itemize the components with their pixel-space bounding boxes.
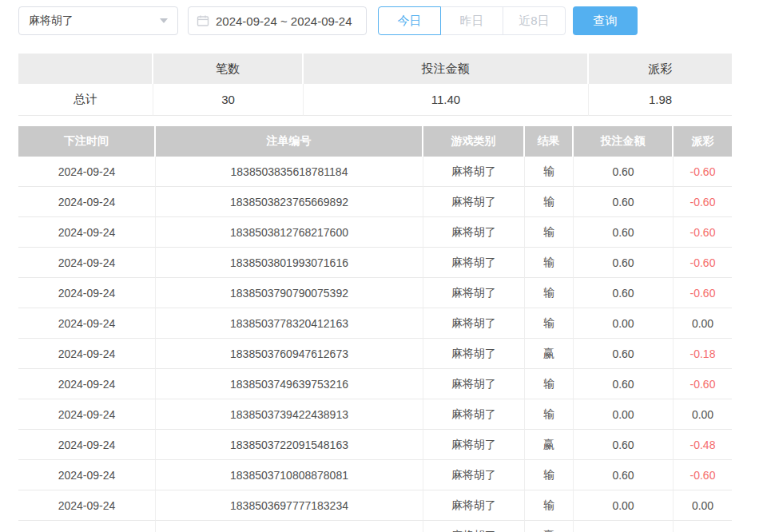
cell-payout: -0.18	[674, 339, 732, 369]
header-game-type: 游戏类别	[423, 126, 525, 157]
cell-game-type: 麻将胡了	[423, 278, 525, 308]
cell-bet-amount: 0.00	[574, 490, 674, 521]
cell-result: 输	[525, 217, 574, 248]
table-row: 2024-09-241838503823765669892麻将胡了输0.60-0…	[18, 187, 732, 217]
cell-result: 输	[525, 308, 574, 339]
cell-bet-amount: 0.60	[574, 460, 674, 490]
cell-order-no: 1838503823765669892	[156, 187, 423, 217]
cell-game-type: 麻将胡了	[423, 521, 525, 532]
cell-order-no: 1838503697777183234	[156, 490, 423, 521]
cell-bet-amount	[574, 521, 674, 532]
cell-payout	[674, 521, 732, 532]
cell-bet-time: 2024-09-24	[18, 308, 156, 339]
cell-bet-amount: 0.60	[574, 369, 674, 399]
cell-bet-time	[18, 521, 156, 532]
table-row: 2024-09-241838503739422438913麻将胡了输0.000.…	[18, 399, 732, 430]
summary-header-payout: 派彩	[589, 54, 732, 84]
cell-result: 赢	[525, 430, 574, 460]
table-row: 2024-09-241838503790790075392麻将胡了输0.60-0…	[18, 278, 732, 308]
table-row: 2024-09-241838503801993071616麻将胡了输0.60-0…	[18, 248, 732, 278]
summary-header-count: 笔数	[153, 54, 304, 84]
cell-result: 输	[525, 248, 574, 278]
cell-result: 赢	[525, 521, 574, 532]
table-row: 2024-09-241838503760947612673麻将胡了赢0.60-0…	[18, 339, 732, 369]
game-select[interactable]: 麻将胡了	[18, 6, 178, 35]
cell-payout: 0.00	[674, 490, 732, 521]
summary-total-bet-amount: 11.40	[304, 84, 589, 116]
cell-order-no: 1838503760947612673	[156, 339, 423, 369]
cell-bet-amount: 0.60	[574, 278, 674, 308]
header-bet-amount: 投注金额	[574, 126, 674, 157]
game-select-value: 麻将胡了	[29, 14, 74, 28]
table-row: 2024-09-241838503710808878081麻将胡了输0.60-0…	[18, 460, 732, 490]
cell-bet-time: 2024-09-24	[18, 217, 156, 248]
cell-game-type: 麻将胡了	[423, 217, 525, 248]
summary-section: 笔数 投注金额 派彩 总计 30 11.40 1.98	[18, 54, 759, 116]
cell-game-type: 麻将胡了	[423, 430, 525, 460]
cell-bet-time: 2024-09-24	[18, 248, 156, 278]
summary-header-row: 笔数 投注金额 派彩	[18, 54, 732, 84]
cell-game-type: 麻将胡了	[423, 460, 525, 490]
cell-order-no: 1838503778320412163	[156, 308, 423, 339]
table-row: 2024-09-241838503722091548163麻将胡了赢0.60-0…	[18, 430, 732, 460]
yesterday-button[interactable]: 昨日	[440, 6, 503, 35]
search-button[interactable]: 查询	[573, 6, 638, 35]
cell-bet-amount: 0.60	[574, 217, 674, 248]
cell-order-no: 1838503749639753216	[156, 369, 423, 399]
table-row: 2024-09-241838503835618781184麻将胡了输0.60-0…	[18, 157, 732, 187]
cell-order-no: 1838503710808878081	[156, 460, 423, 490]
cell-payout: -0.60	[674, 369, 732, 399]
cell-result: 输	[525, 460, 574, 490]
cell-order-no: 1838503790790075392	[156, 278, 423, 308]
cell-bet-time: 2024-09-24	[18, 278, 156, 308]
cell-result: 输	[525, 187, 574, 217]
table-row: 麻将胡了赢	[18, 521, 732, 532]
cell-order-no: 1838503722091548163	[156, 430, 423, 460]
cell-order-no: 1838503801993071616	[156, 248, 423, 278]
today-button[interactable]: 今日	[378, 6, 441, 35]
cell-bet-time: 2024-09-24	[18, 187, 156, 217]
cell-game-type: 麻将胡了	[423, 490, 525, 521]
cell-payout: -0.60	[674, 278, 732, 308]
cell-result: 输	[525, 278, 574, 308]
cell-bet-time: 2024-09-24	[18, 339, 156, 369]
chevron-down-icon	[160, 18, 168, 23]
cell-bet-amount: 0.60	[574, 187, 674, 217]
detail-table-body: 2024-09-241838503835618781184麻将胡了输0.60-0…	[18, 157, 732, 532]
cell-bet-amount: 0.60	[574, 248, 674, 278]
cell-bet-amount: 0.60	[574, 430, 674, 460]
date-range-picker[interactable]: 2024-09-24 ~ 2024-09-24	[188, 6, 367, 35]
cell-result: 输	[525, 369, 574, 399]
cell-bet-time: 2024-09-24	[18, 430, 156, 460]
cell-result: 输	[525, 157, 574, 187]
cell-payout: 0.00	[674, 308, 732, 339]
header-payout: 派彩	[674, 126, 732, 157]
header-order-no: 注单编号	[156, 126, 423, 157]
header-result: 结果	[525, 126, 574, 157]
cell-order-no	[156, 521, 423, 532]
table-row: 2024-09-241838503778320412163麻将胡了输0.000.…	[18, 308, 732, 339]
cell-bet-amount: 0.00	[574, 399, 674, 430]
cell-game-type: 麻将胡了	[423, 157, 525, 187]
summary-header-blank	[18, 54, 153, 84]
report-page: 麻将胡了 2024-09-24 ~ 2024-09-24 今日 昨日 近8日 查…	[0, 0, 759, 532]
cell-result: 输	[525, 490, 574, 521]
header-bet-time: 下注时间	[18, 126, 156, 157]
summary-header-bet-amount: 投注金额	[304, 54, 589, 84]
cell-payout: -0.60	[674, 217, 732, 248]
cell-bet-amount: 0.00	[574, 308, 674, 339]
calendar-icon	[197, 14, 209, 27]
summary-total-label: 总计	[18, 84, 153, 116]
cell-result: 输	[525, 399, 574, 430]
cell-payout: -0.60	[674, 157, 732, 187]
last-8-days-button[interactable]: 近8日	[503, 6, 566, 35]
cell-bet-time: 2024-09-24	[18, 460, 156, 490]
cell-game-type: 麻将胡了	[423, 248, 525, 278]
cell-payout: 0.00	[674, 399, 732, 430]
cell-bet-amount: 0.60	[574, 157, 674, 187]
cell-bet-amount: 0.60	[574, 339, 674, 369]
summary-total-row: 总计 30 11.40 1.98	[18, 84, 732, 116]
summary-table: 笔数 投注金额 派彩 总计 30 11.40 1.98	[18, 54, 732, 116]
cell-order-no: 1838503812768217600	[156, 217, 423, 248]
quick-range-group: 今日 昨日 近8日	[378, 6, 566, 35]
